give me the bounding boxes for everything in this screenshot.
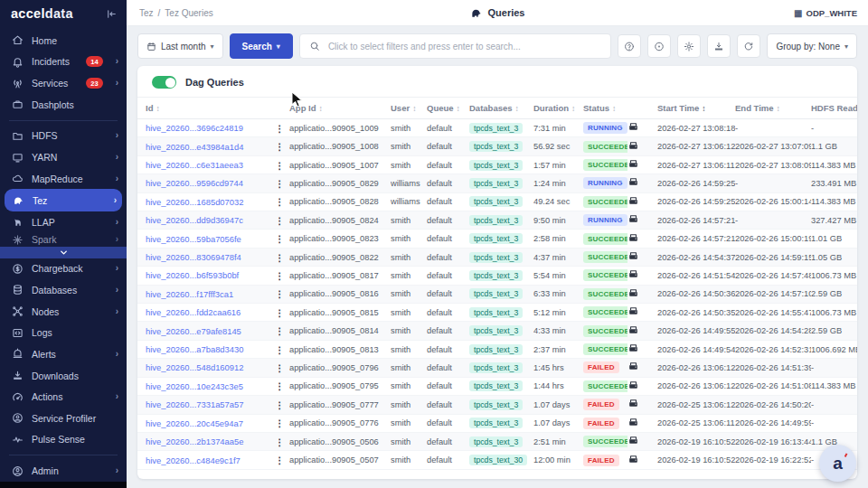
database-badge[interactable]: tpcds_text_3	[469, 380, 523, 391]
column-header-start-time[interactable]: Start Time↕	[657, 103, 735, 113]
dag-archive-icon[interactable]	[627, 435, 639, 446]
database-badge[interactable]: tpcds_text_3	[469, 362, 523, 373]
sidebar-item-llap[interactable]: LLAP›	[0, 211, 127, 233]
help-button[interactable]	[618, 34, 641, 58]
sort-icon[interactable]: ↕	[319, 104, 323, 113]
row-actions-kebab-icon[interactable]: ⋮	[269, 160, 289, 171]
database-badge[interactable]: tpcds_text_3	[469, 307, 523, 318]
sidebar-item-admin[interactable]: Admin›	[0, 460, 127, 482]
dag-archive-icon[interactable]	[627, 195, 639, 207]
row-actions-kebab-icon[interactable]: ⋮	[269, 418, 289, 428]
filter-search-box[interactable]	[299, 33, 612, 59]
assistant-button[interactable]: a	[819, 445, 856, 482]
dag-archive-icon[interactable]	[627, 380, 639, 391]
group-by-button[interactable]: Group by: None ▾	[767, 33, 857, 59]
query-id-link[interactable]: hive_20260...7331a57a57	[146, 399, 269, 409]
sidebar-item-tez[interactable]: Tez›	[5, 189, 122, 211]
dag-archive-icon[interactable]	[627, 250, 639, 262]
sidebar-item-actions[interactable]: Actions›	[0, 386, 127, 408]
database-badge[interactable]: tpcds_text_3	[469, 178, 523, 189]
database-badge[interactable]: tpcds_text_3	[469, 233, 523, 244]
sort-icon[interactable]: ↕	[612, 104, 616, 113]
query-id-link[interactable]: hive_20260...9596cd9744	[146, 178, 269, 188]
column-header-duration[interactable]: Duration↕	[533, 103, 583, 113]
sidebar-item-logs[interactable]: Logs	[0, 322, 127, 343]
database-badge[interactable]: tpcds_text_3	[469, 288, 523, 299]
query-id-link[interactable]: hive_20260...e79afe8145	[146, 326, 269, 336]
query-id-link[interactable]: hive_20260...f17fff3ca1	[146, 289, 269, 299]
row-actions-kebab-icon[interactable]: ⋮	[269, 141, 289, 152]
sort-icon[interactable]: ↕	[571, 104, 575, 113]
row-actions-kebab-icon[interactable]: ⋮	[269, 325, 289, 336]
query-id-link[interactable]: hive_20260...c6e31aeea3	[146, 160, 269, 170]
dag-archive-icon[interactable]	[627, 398, 639, 409]
row-actions-kebab-icon[interactable]: ⋮	[269, 436, 289, 447]
cluster-selector[interactable]: ▦ ODP_WHITE	[794, 0, 857, 25]
sort-icon[interactable]: ↕	[515, 104, 519, 113]
sort-icon[interactable]: ↕	[777, 104, 780, 113]
database-badge[interactable]: tpcds_text_30	[469, 455, 527, 465]
database-badge[interactable]: tpcds_text_3	[469, 325, 523, 336]
row-actions-kebab-icon[interactable]: ⋮	[269, 344, 289, 355]
database-badge[interactable]: tpcds_text_3	[469, 215, 523, 226]
database-badge[interactable]: tpcds_text_3	[469, 399, 523, 410]
refresh-button[interactable]	[737, 34, 760, 58]
row-actions-kebab-icon[interactable]: ⋮	[269, 380, 289, 391]
row-actions-kebab-icon[interactable]: ⋮	[269, 215, 289, 226]
sidebar-item-services[interactable]: Services23›	[0, 72, 127, 94]
dag-archive-icon[interactable]	[627, 305, 639, 317]
time-range-button[interactable]: Last month ▾	[137, 33, 223, 59]
dag-archive-icon[interactable]	[627, 213, 639, 225]
sidebar-item-yarn[interactable]: YARN›	[0, 146, 127, 168]
sidebar-collapse-icon[interactable]	[106, 8, 118, 20]
row-actions-kebab-icon[interactable]: ⋮	[269, 233, 289, 244]
sidebar-item-mapreduce[interactable]: MapReduce›	[0, 168, 127, 190]
dag-archive-icon[interactable]	[627, 343, 639, 354]
row-actions-kebab-icon[interactable]: ⋮	[269, 399, 289, 410]
row-actions-kebab-icon[interactable]: ⋮	[269, 455, 289, 465]
dag-archive-icon[interactable]	[627, 268, 639, 280]
row-actions-kebab-icon[interactable]: ⋮	[269, 362, 289, 373]
database-badge[interactable]: tpcds_text_3	[469, 344, 523, 355]
row-actions-kebab-icon[interactable]: ⋮	[269, 252, 289, 263]
database-badge[interactable]: tpcds_text_3	[469, 252, 523, 263]
row-actions-kebab-icon[interactable]: ⋮	[269, 270, 289, 281]
sidebar-item-home[interactable]: Home	[0, 30, 127, 52]
sort-icon[interactable]: ↕	[457, 104, 460, 113]
dag-archive-icon[interactable]	[627, 121, 639, 133]
sidebar-item-pulse-sense[interactable]: Pulse Sense	[0, 429, 127, 451]
query-id-link[interactable]: hive_20260...a7ba8d3430	[146, 344, 269, 354]
sidebar-item-hdfs[interactable]: HDFS›	[0, 126, 127, 147]
sidebar-item-downloads[interactable]: Downloads	[0, 365, 127, 387]
row-actions-kebab-icon[interactable]: ⋮	[269, 288, 289, 299]
dag-archive-icon[interactable]	[627, 454, 639, 465]
query-id-link[interactable]: hive_20260...e43984a1d4	[146, 142, 269, 152]
dag-archive-icon[interactable]	[627, 287, 639, 299]
sort-icon[interactable]: ↕	[702, 104, 705, 113]
column-header-user[interactable]: User↕	[391, 103, 427, 113]
query-id-link[interactable]: hive_20260...dd9d36947c	[146, 215, 269, 225]
row-actions-kebab-icon[interactable]: ⋮	[269, 196, 289, 207]
column-header-id[interactable]: Id↕	[146, 103, 269, 113]
dag-archive-icon[interactable]	[627, 361, 639, 372]
query-id-link[interactable]: hive_20260...b6f593b0bf	[146, 270, 269, 280]
dag-archive-icon[interactable]	[627, 417, 639, 428]
query-id-link[interactable]: hive_20260...83069478f4	[146, 252, 269, 262]
database-badge[interactable]: tpcds_text_3	[469, 270, 523, 281]
sidebar-scroll-down[interactable]	[0, 247, 127, 258]
column-header-queue[interactable]: Queue↕	[427, 103, 469, 113]
database-badge[interactable]: tpcds_text_3	[469, 436, 523, 447]
search-dropdown-button[interactable]: Search ▾	[230, 33, 293, 59]
target-button[interactable]	[647, 34, 671, 58]
query-id-link[interactable]: hive_20260...3696c24819	[146, 123, 269, 133]
database-badge[interactable]: tpcds_text_3	[469, 196, 523, 207]
sidebar-item-alerts[interactable]: Alerts›	[0, 343, 127, 365]
dag-archive-icon[interactable]	[627, 140, 639, 152]
query-id-link[interactable]: hive_20260...20c45e94a7	[146, 418, 269, 428]
dag-queries-toggle[interactable]	[152, 76, 176, 89]
query-id-link[interactable]: hive_20260...10e243c3e5	[146, 381, 269, 391]
dag-archive-icon[interactable]	[627, 158, 639, 170]
dag-archive-icon[interactable]	[627, 176, 639, 188]
sidebar-item-spark[interactable]: Spark›	[0, 233, 127, 247]
sort-icon[interactable]: ↕	[412, 104, 416, 113]
